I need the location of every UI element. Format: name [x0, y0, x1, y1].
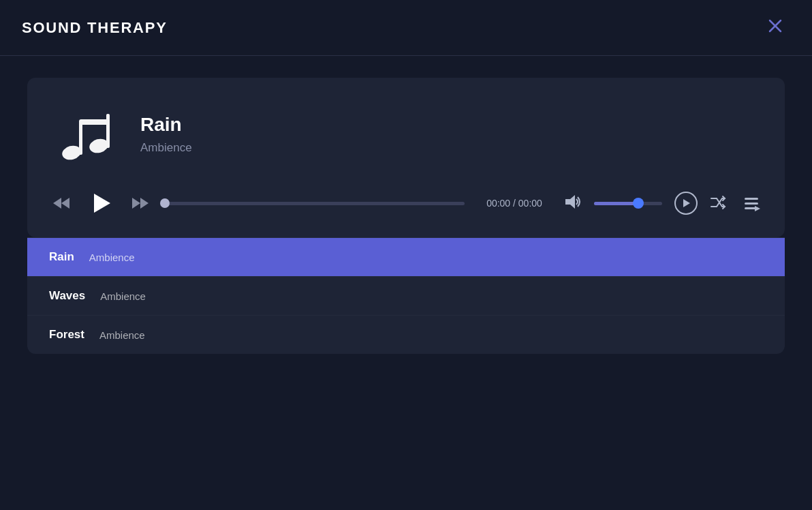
play-button[interactable] [86, 188, 116, 218]
svg-rect-15 [745, 202, 758, 205]
playlist: Rain Ambience Waves Ambience Forest Ambi… [27, 237, 785, 354]
playlist-item-name: Forest [49, 328, 84, 342]
player-card: Rain Ambience [27, 78, 785, 237]
playlist-item-category: Ambience [100, 290, 146, 302]
svg-marker-11 [140, 198, 149, 209]
circle-play-icon [681, 198, 691, 208]
main-content: Rain Ambience [0, 56, 812, 510]
close-icon [766, 16, 785, 35]
playlist-item-category: Ambience [99, 329, 145, 341]
fast-forward-button[interactable] [128, 191, 153, 215]
svg-marker-17 [755, 206, 760, 211]
progress-track[interactable] [165, 202, 465, 205]
volume-svg [564, 193, 582, 211]
shuffle-button[interactable] [707, 192, 730, 215]
svg-marker-8 [61, 198, 69, 209]
playlist-item[interactable]: Rain Ambience [27, 237, 785, 276]
svg-marker-10 [132, 198, 140, 209]
playlist-item-name: Rain [49, 250, 74, 264]
playlist-item-name: Waves [49, 289, 85, 303]
svg-marker-12 [565, 195, 575, 209]
volume-fill [594, 202, 638, 205]
track-text: Rain Ambience [140, 114, 192, 155]
fast-forward-icon [131, 194, 150, 213]
volume-icon [564, 193, 582, 213]
rewind-button[interactable] [49, 191, 74, 215]
album-art [49, 97, 124, 172]
svg-rect-14 [745, 198, 758, 200]
music-note-icon [52, 100, 121, 168]
svg-marker-7 [53, 198, 61, 209]
rewind-icon [52, 194, 71, 213]
track-category: Ambience [140, 141, 192, 155]
progress-container [165, 202, 465, 205]
track-info: Rain Ambience [49, 97, 763, 172]
queue-button[interactable] [740, 192, 763, 215]
queue-icon [743, 194, 760, 212]
svg-rect-4 [79, 121, 82, 155]
volume-thumb[interactable] [633, 198, 644, 209]
playlist-item-category: Ambience [89, 252, 135, 263]
playlist-item[interactable]: Waves Ambience [27, 276, 785, 315]
svg-marker-9 [94, 194, 110, 213]
svg-rect-6 [79, 119, 110, 125]
controls-row: 00:00 / 00:00 [49, 188, 763, 218]
close-button[interactable] [760, 14, 790, 42]
shuffle-icon [710, 194, 728, 212]
right-controls [674, 192, 763, 215]
app-header: SOUND THERAPY [0, 0, 812, 56]
time-display: 00:00 / 00:00 [477, 198, 552, 209]
app-title: SOUND THERAPY [22, 19, 168, 37]
playlist-item[interactable]: Forest Ambience [27, 315, 785, 354]
play-icon [89, 191, 113, 215]
volume-track[interactable] [594, 202, 662, 205]
track-name: Rain [140, 114, 192, 136]
circle-play-button[interactable] [674, 192, 698, 215]
svg-marker-13 [683, 199, 690, 207]
svg-rect-5 [106, 114, 110, 148]
progress-thumb[interactable] [160, 198, 170, 208]
